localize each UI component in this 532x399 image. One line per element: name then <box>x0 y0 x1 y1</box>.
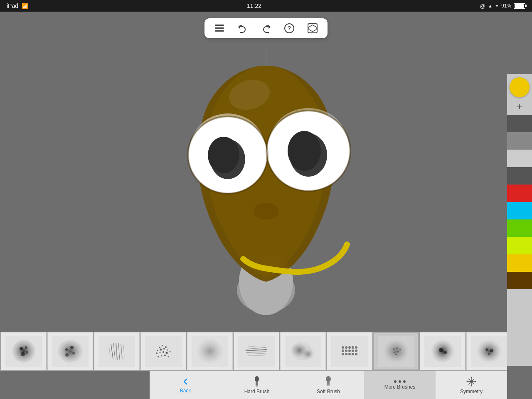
brush-10[interactable] <box>420 332 466 370</box>
svg-point-79 <box>342 350 344 352</box>
svg-point-31 <box>58 340 83 363</box>
svg-point-26 <box>20 347 23 350</box>
svg-point-49 <box>160 348 162 350</box>
brush-3[interactable] <box>94 332 140 370</box>
svg-point-14 <box>208 137 239 173</box>
more-brushes-tab[interactable]: More Brushes <box>364 371 436 399</box>
svg-point-74 <box>342 346 344 349</box>
svg-rect-1 <box>215 27 224 29</box>
svg-point-116 <box>470 381 473 383</box>
svg-point-84 <box>342 353 344 355</box>
svg-point-45 <box>159 347 160 348</box>
svg-point-47 <box>165 346 167 348</box>
color-swatch-cyan[interactable] <box>507 202 532 219</box>
svg-point-111 <box>327 384 330 386</box>
hard-brush-tab[interactable]: Hard Brush <box>221 371 293 399</box>
soft-brush-thumb[interactable] <box>234 332 279 370</box>
svg-point-90 <box>384 340 409 363</box>
svg-point-77 <box>352 346 354 349</box>
svg-point-105 <box>488 353 490 355</box>
color-swatch-red[interactable] <box>507 185 532 202</box>
svg-point-50 <box>163 348 165 350</box>
svg-rect-2 <box>215 30 224 32</box>
redo-button[interactable] <box>259 22 273 35</box>
svg-point-96 <box>395 354 397 355</box>
svg-point-62 <box>197 339 223 364</box>
color-swatch-medium-gray[interactable] <box>507 167 532 185</box>
svg-point-52 <box>156 352 158 354</box>
brush-2[interactable] <box>47 332 93 370</box>
status-time: 11:22 <box>247 2 261 9</box>
brush-1[interactable] <box>1 332 47 370</box>
status-right: @ ▲ ✦ 91% <box>480 3 525 9</box>
svg-point-25 <box>12 340 35 363</box>
svg-point-86 <box>348 353 351 355</box>
soft-brush-tab[interactable]: Soft Brush <box>293 371 364 399</box>
add-color-button[interactable]: + <box>510 101 530 113</box>
at-icon: @ <box>480 3 485 9</box>
brush-7[interactable] <box>280 332 326 370</box>
svg-point-82 <box>352 350 354 352</box>
svg-point-60 <box>168 356 169 357</box>
svg-point-104 <box>490 349 493 352</box>
brush-8[interactable] <box>327 332 372 370</box>
svg-point-100 <box>443 351 447 354</box>
color-palette: + <box>507 74 532 366</box>
svg-point-120 <box>475 381 476 382</box>
svg-point-109 <box>326 376 331 382</box>
svg-point-51 <box>167 349 168 350</box>
model-view-button[interactable] <box>306 22 319 35</box>
svg-point-88 <box>355 353 357 355</box>
svg-point-87 <box>352 353 354 355</box>
bluetooth-icon: ✦ <box>495 3 499 9</box>
svg-point-57 <box>158 356 159 357</box>
brush-5[interactable] <box>187 332 233 370</box>
svg-point-19 <box>288 131 321 171</box>
color-swatch-dark-gray[interactable] <box>507 115 532 132</box>
svg-point-33 <box>70 346 74 349</box>
svg-point-117 <box>471 377 472 378</box>
svg-point-46 <box>162 345 163 346</box>
help-button[interactable]: ? <box>283 22 296 35</box>
svg-point-54 <box>163 351 164 353</box>
color-swatch-dark-brown[interactable] <box>507 272 532 289</box>
symmetry-tab[interactable]: Symmetry <box>436 371 507 399</box>
brush-4[interactable] <box>140 332 186 370</box>
back-label: Back <box>180 388 191 394</box>
svg-text:?: ? <box>288 25 291 32</box>
svg-point-20 <box>254 203 278 219</box>
wifi-icon: 📶 <box>22 3 28 9</box>
svg-point-76 <box>348 346 351 349</box>
status-bar: iPad 📶 11:22 @ ▲ ✦ 91% <box>0 0 532 12</box>
brush-11[interactable] <box>466 332 507 370</box>
svg-point-29 <box>26 351 28 354</box>
svg-point-92 <box>396 347 398 349</box>
location-icon: ▲ <box>488 3 493 8</box>
svg-point-35 <box>65 353 69 357</box>
color-swatch-yellow[interactable] <box>507 254 532 272</box>
device-name: iPad <box>7 2 18 9</box>
character-model <box>121 32 411 315</box>
svg-point-103 <box>485 348 488 351</box>
svg-rect-0 <box>215 25 224 26</box>
svg-point-118 <box>471 385 472 387</box>
svg-point-56 <box>170 351 171 352</box>
menu-button[interactable] <box>213 22 226 35</box>
color-swatch-light-gray[interactable] <box>507 150 532 167</box>
color-swatch-yellow-green[interactable] <box>507 237 532 254</box>
color-swatch-gray[interactable] <box>507 132 532 150</box>
svg-point-81 <box>348 350 351 352</box>
hard-brush-label: Hard Brush <box>244 389 270 394</box>
brush-9-selected[interactable] <box>373 332 419 370</box>
back-tab[interactable]: Back <box>150 371 221 399</box>
active-color-swatch[interactable] <box>510 77 530 97</box>
svg-point-53 <box>160 352 161 353</box>
svg-point-83 <box>355 350 357 352</box>
svg-point-75 <box>345 346 347 349</box>
color-swatch-green[interactable] <box>507 219 532 237</box>
svg-point-27 <box>25 346 27 349</box>
battery-indicator <box>514 3 525 9</box>
svg-point-32 <box>65 348 68 351</box>
svg-point-78 <box>355 346 357 349</box>
undo-button[interactable] <box>236 22 249 35</box>
